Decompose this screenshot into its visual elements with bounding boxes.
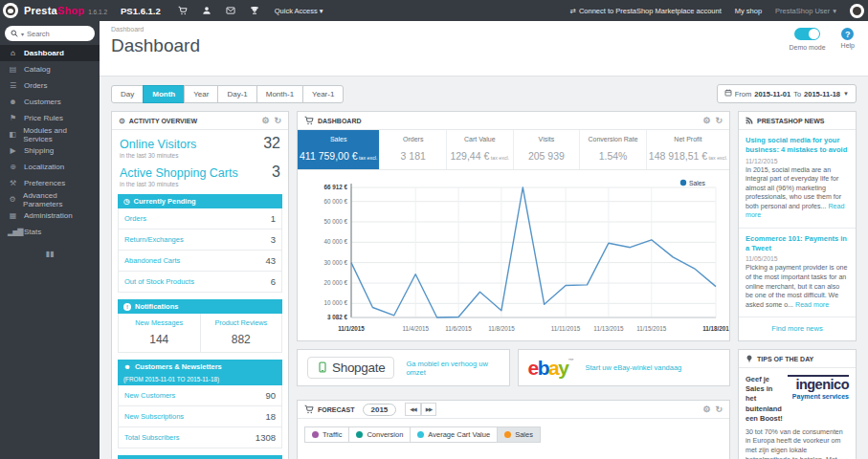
date-from: 2015-11-01 [754,90,790,98]
active-carts-value: 3 [272,164,280,181]
tips-body-text: 30 tot 70% van de consumenten in Europa … [746,428,849,459]
sidebar-item-catalog[interactable]: ▤Catalog [0,61,100,77]
sidebar-item-customers[interactable]: ☻Customers [0,94,100,110]
sidebar-item-advanced-parameters[interactable]: ⚙Advanced Parameters [0,191,100,208]
tab-year-1[interactable]: Year-1 [302,85,344,103]
trophy-icon[interactable] [250,6,259,15]
forecast-legend-sales[interactable]: Sales [497,426,541,443]
panel-refresh-icon[interactable]: ↻ [715,116,723,125]
kpi-orders[interactable]: Orders3 181 [380,130,447,169]
panel-settings-icon[interactable]: ⚙ [702,404,710,414]
section-body: New Messages144Product Reviews882 [118,314,282,353]
stat-row-label[interactable]: Total Subscribers [124,433,180,442]
stat-row-label[interactable]: Out of Stock Products [124,277,194,286]
kpi-label: Orders [382,136,444,142]
my-shop-link[interactable]: My shop [735,7,762,15]
sidebar-item-modules-and-services[interactable]: ◧Modules and Services [0,126,100,142]
tab-day[interactable]: Day [111,85,144,103]
kpi-value: 411 759,00 € tax excl. [300,150,377,162]
cart-icon[interactable] [178,6,188,15]
search-input[interactable] [27,30,78,38]
forecast-legend-average-cart-value[interactable]: Average Cart Value [410,426,498,443]
kpi-label: Visits [516,136,578,142]
stat-row-label[interactable]: New Customers [124,391,175,400]
forecast-year-select[interactable]: 2015 [363,404,397,416]
news-article-title[interactable]: Ecommerce 101: Payments in a Tweet [746,234,849,253]
sidebar-item-preferences[interactable]: ⚒Preferences [0,175,100,191]
quick-access-menu[interactable]: Quick Access ▾ [275,7,323,15]
svg-text:Sales: Sales [689,180,706,186]
tab-month-1[interactable]: Month-1 [256,85,303,103]
tab-month[interactable]: Month [143,85,185,103]
stat-column-label[interactable]: Product Reviews [203,318,280,327]
shopgate-logo: Shopgate [307,357,394,379]
user-avatar[interactable] [850,4,864,18]
sidebar-item-label: Administration [24,211,73,220]
sidebar-item-label: Dashboard [24,49,64,57]
shopgate-ad[interactable]: ShopgateGa mobiel en verhoog uw omzet [297,349,510,386]
sidebar-item-dashboard[interactable]: ⌂Dashboard [0,45,100,61]
kpi-cart-value[interactable]: Cart Value129,44 € tax excl. [447,130,514,169]
shopgate-ad-link[interactable]: Ga mobiel en verhoog uw omzet [406,360,499,377]
forecast-next-button[interactable]: ▶▶ [421,403,436,416]
user-icon[interactable] [202,6,211,15]
sidebar-item-label: Orders [24,81,47,90]
forecast-legend-traffic[interactable]: Traffic [304,426,349,443]
stat-row-label[interactable]: Orders [124,214,146,223]
sidebar-item-localization[interactable]: ⊕Localization [0,159,100,175]
sidebar-search[interactable]: ▾ [5,26,95,41]
sidebar-item-price-rules[interactable]: ⚑Price Rules [0,110,100,126]
ebay-ad[interactable]: ebay™Start uw eBay-winkel vandaag [518,349,731,386]
user-menu[interactable]: PrestaShop User ▾ [775,7,836,15]
sidebar-item-label: Catalog [24,65,51,74]
kpi-visits[interactable]: Visits205 939 [514,130,581,169]
lightbulb-icon [746,355,753,362]
stat-row-value: 43 [265,255,276,266]
forecast-prev-button[interactable]: ◀◀ [405,403,420,416]
stat-row: Abandoned Carts43 [119,251,281,272]
read-more-link[interactable]: Read more [746,203,844,220]
prestashop-logo[interactable] [3,3,18,18]
sidebar-item-label: Preferences [24,179,65,187]
stat-column: Product Reviews882 [201,314,282,352]
search-icon [11,30,18,37]
demo-mode-toggle[interactable] [794,28,820,40]
ebay-ad-link[interactable]: Start uw eBay-winkel vandaag [585,363,681,372]
news-article-title[interactable]: Using social media for your business: 4 … [746,136,849,155]
panel-refresh-icon[interactable]: ↻ [715,404,723,414]
stat-row-label[interactable]: Return/Exchanges [124,235,184,244]
online-visitors-link[interactable]: Online Visitors [120,138,196,151]
date-range-picker[interactable]: From 2015-11-01 To 2015-11-18 ▼ [717,84,857,103]
marketplace-link[interactable]: ⇄Connect to PrestaShop Marketplace accou… [570,7,722,15]
kpi-sales[interactable]: Sales411 759,00 € tax excl. [298,130,380,169]
read-more-link[interactable]: Read more [795,301,829,309]
collapse-sidebar-button[interactable]: ▮▮ [0,250,100,258]
stat-row-value: 6 [271,276,276,287]
orders-icon: ☰ [8,81,17,90]
tab-year[interactable]: Year [184,85,218,103]
sidebar-item-stats[interactable]: ▂▅▇Stats [0,224,100,240]
kpi-net-profit[interactable]: Net Profit148 918,51 € tax excl. [647,130,729,169]
tab-day-1[interactable]: Day-1 [217,85,256,103]
stat-row-value: 1 [271,213,276,224]
sidebar-item-shipping[interactable]: ▶Shipping [0,142,100,159]
stat-row-label[interactable]: Abandoned Carts [124,256,180,265]
find-more-news-link[interactable]: Find more news [739,317,856,340]
panel-settings-icon[interactable]: ⚙ [261,116,269,125]
section-subtitle: (FROM 2015-11-01 TO 2015-11-18) [123,376,277,382]
stat-row-label[interactable]: New Subscriptions [124,412,184,421]
forecast-legend-conversion[interactable]: Conversion [348,426,411,443]
search-scope-caret[interactable]: ▾ [21,31,24,37]
stat-column-label[interactable]: New Messages [121,318,198,327]
news-article-date: 11/12/2015 [746,158,849,164]
panel-settings-icon[interactable]: ⚙ [702,116,710,125]
active-carts-link[interactable]: Active Shopping Carts [120,166,238,180]
news-articles: Using social media for your business: 4 … [739,130,856,317]
help-icon[interactable]: ? [841,28,854,40]
sidebar-item-orders[interactable]: ☰Orders [0,77,100,94]
panel-refresh-icon[interactable]: ↻ [274,116,281,125]
mail-icon[interactable] [226,6,235,15]
kpi-conversion-rate[interactable]: Conversion Rate1.54% [580,130,647,169]
sidebar-item-administration[interactable]: ▦Administration [0,208,100,224]
sales-line-chart: 3 082 €10 000 €20 000 €30 000 €40 000 €5… [298,170,729,340]
